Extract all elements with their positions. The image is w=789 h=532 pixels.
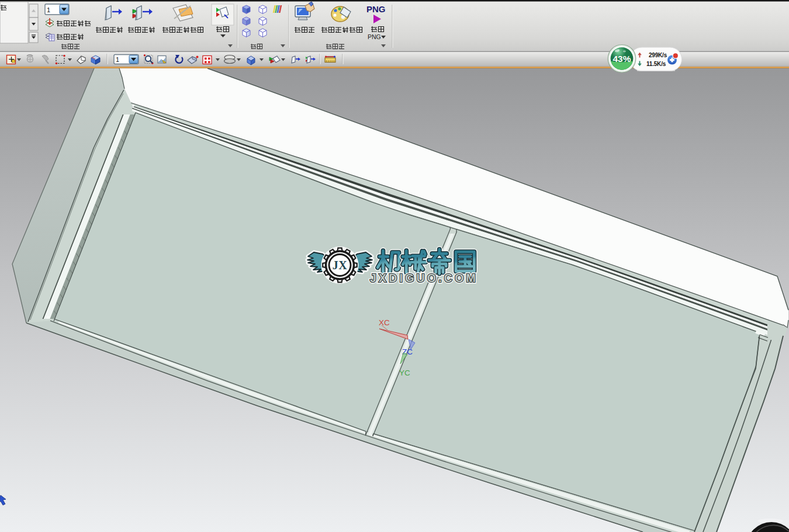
svg-text:PNG: PNG [368,33,381,40]
svg-text:JX: JX [333,259,348,272]
svg-text:XC: XC [379,318,390,327]
svg-text:1: 1 [47,6,50,13]
svg-text:PNG: PNG [366,4,386,14]
svg-text:1: 1 [116,56,119,63]
svg-text:11.5K/s: 11.5K/s [646,61,666,67]
svg-text:YC: YC [399,368,410,377]
svg-text:299K/s: 299K/s [649,52,667,58]
svg-text:JXDIGUO.COM: JXDIGUO.COM [370,272,476,284]
svg-text:43%: 43% [612,54,631,64]
